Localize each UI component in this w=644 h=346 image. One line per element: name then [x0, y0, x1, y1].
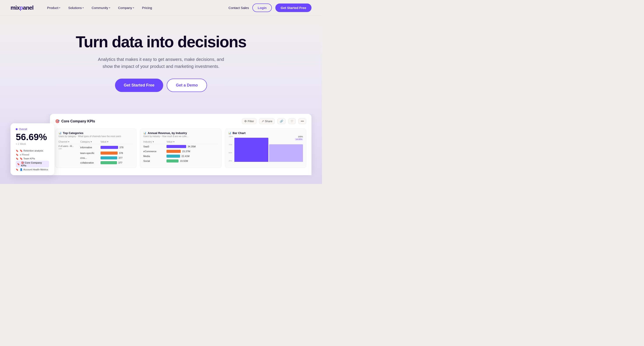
share-button[interactable]: ↗ Share — [259, 118, 275, 124]
bar-chart-bar — [166, 160, 178, 162]
nav-company[interactable]: Company ▾ — [115, 4, 137, 12]
chevron-down-icon: ▾ — [133, 6, 134, 9]
list-item: 🔖 Team KPIs — [16, 156, 49, 161]
link-button[interactable]: 🔗 — [277, 118, 286, 124]
table-row: Social 19.92M — [143, 158, 218, 163]
panel-subtitle: Users by category · What types of channe… — [58, 135, 133, 138]
panel-title: Annual Revenue, by Industry — [143, 132, 218, 135]
list-item: 🎯 Core Company KPIs — [16, 161, 49, 168]
filter-icon: ⚙ — [244, 120, 247, 123]
hero-get-demo-button[interactable]: Get a Demo — [167, 78, 207, 92]
dashboard-wrapper: Overall 56.69% < 1 Week 🔖 Retention anal… — [10, 114, 312, 175]
bar-chart-bar — [100, 156, 117, 160]
share-icon: ↗ — [262, 120, 264, 123]
dashboard-preview: Overall 56.69% < 1 Week 🔖 Retention anal… — [0, 114, 322, 184]
bar-chart-bar — [100, 161, 117, 164]
table-row: SaaS 34.35M — [143, 144, 218, 149]
bar-chart-bar — [100, 146, 118, 149]
table-row: collaborative 377 — [58, 160, 133, 165]
nav-right: Contact Sales Login Get Started Free — [228, 4, 312, 12]
hero-get-started-button[interactable]: Get Started Free — [115, 78, 163, 92]
table-row: Media 22.41M — [143, 154, 218, 158]
retention-card: Overall 56.69% < 1 Week 🔖 Retention anal… — [10, 123, 54, 175]
y-axis-labels: 100% 75% 50% 25% — [228, 136, 234, 162]
navbar: mixpanel Product ▾ Solutions ▾ Community… — [0, 0, 322, 16]
bar-chart-bar — [166, 154, 180, 158]
chevron-down-icon: ▾ — [82, 6, 84, 9]
login-button[interactable]: Login — [252, 4, 272, 12]
logo[interactable]: mixpanel — [10, 4, 34, 11]
bar-chart-area — [234, 136, 303, 162]
bar-chart-bar — [234, 138, 268, 162]
bar-chart-panel: Bar Chart 100%14.05% 100% 75% 50% 25% — [225, 128, 306, 168]
bar-chart-bar — [166, 150, 181, 153]
categories-table: Channel ▾ Category ▾ Value ▾ # of users … — [58, 140, 133, 165]
chevron-down-icon: ▾ — [109, 6, 110, 9]
get-started-nav-button[interactable]: Get Started Free — [275, 4, 312, 12]
retention-percentage: 56.69% — [16, 132, 49, 142]
link-icon: 🔗 — [280, 120, 283, 123]
filter-button[interactable]: ⚙ Filter — [242, 118, 256, 124]
contact-sales-link[interactable]: Contact Sales — [228, 6, 249, 10]
list-item: 👤 Account Health Metrics — [16, 168, 49, 172]
nav-pricing[interactable]: Pricing — [139, 4, 155, 12]
panel-subtitle: Users by industry · How much $ are we co… — [143, 135, 218, 138]
top-categories-panel: Top Categories Users by category · What … — [55, 128, 136, 168]
chevron-down-icon: ▾ — [59, 6, 60, 9]
nav-community[interactable]: Community ▾ — [88, 4, 113, 12]
revenue-table: Industry ▾ Value ▾ SaaS 34.35M — [143, 140, 218, 163]
dashboard-header: Core Company KPIs ⚙ Filter ↗ Share 🔗 ♡ — [55, 118, 306, 124]
retention-list: 🔖 Retention analysis ∨ Pinned 🔖 Team KPI… — [16, 149, 49, 172]
bar-chart-bar — [166, 145, 186, 148]
nav-links: Product ▾ Solutions ▾ Community ▾ Compan… — [44, 4, 228, 12]
annual-revenue-panel: Annual Revenue, by Industry Users by ind… — [140, 128, 221, 168]
hero-section: Turn data into decisions Analytics that … — [0, 16, 322, 114]
panel-title: Bar Chart — [228, 132, 303, 135]
hero-buttons: Get Started Free Get a Demo — [10, 78, 312, 92]
hero-subtext: Analytics that makes it easy to get answ… — [95, 56, 227, 70]
table-row: cros... 377 — [58, 156, 133, 160]
table-row: team-specific 378 — [58, 151, 133, 156]
heart-icon: ♡ — [291, 120, 293, 123]
table-row: eCommerce 23.37M — [143, 149, 218, 154]
list-item: ∨ Pinned — [16, 153, 49, 156]
panel-title: Top Categories — [58, 132, 133, 135]
ellipsis-icon: ••• — [301, 120, 304, 123]
nav-solutions[interactable]: Solutions ▾ — [65, 4, 87, 12]
more-button[interactable]: ••• — [298, 118, 306, 124]
retention-sub: < 1 Week — [16, 142, 49, 145]
dashboard-panels: Top Categories Users by category · What … — [55, 128, 306, 168]
dashboard-title: Core Company KPIs — [55, 119, 95, 123]
bar-chart-bar — [100, 152, 118, 154]
bar-chart-col — [269, 144, 303, 162]
bar-chart-bar — [269, 144, 303, 162]
table-row: # of users - M...24K informative 378 — [58, 144, 133, 151]
dashboard-actions: ⚙ Filter ↗ Share 🔗 ♡ ••• — [242, 118, 306, 124]
retention-label: Overall — [16, 128, 49, 131]
like-button[interactable]: ♡ — [288, 118, 296, 124]
main-dashboard: Core Company KPIs ⚙ Filter ↗ Share 🔗 ♡ — [50, 114, 312, 175]
bar-chart-col — [234, 138, 268, 162]
list-item: 🔖 Retention analysis — [16, 149, 49, 153]
nav-product[interactable]: Product ▾ — [44, 4, 64, 12]
hero-headline: Turn data into decisions — [10, 33, 312, 50]
